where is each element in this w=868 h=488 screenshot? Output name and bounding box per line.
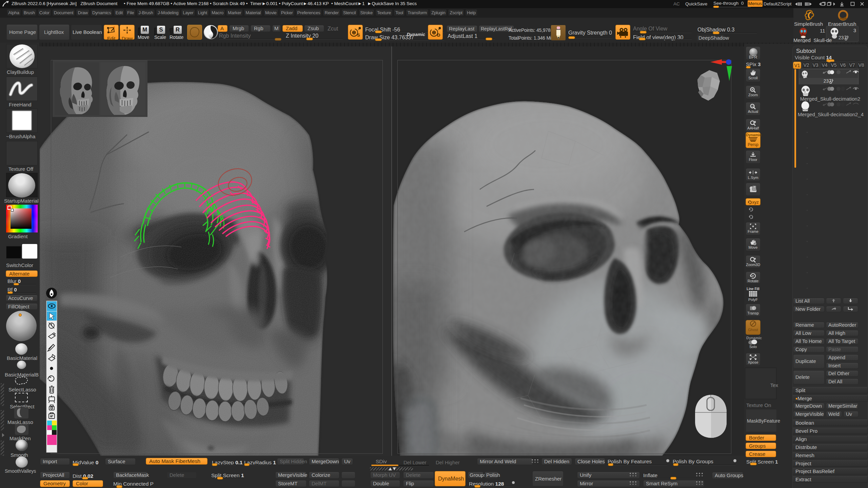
svg-text:S: S — [357, 33, 360, 38]
svg-text:Z: Z — [751, 216, 753, 219]
svg-text:Y: Y — [751, 209, 753, 211]
svg-text:x1: x1 — [751, 105, 754, 107]
svg-text:D: D — [437, 33, 440, 38]
